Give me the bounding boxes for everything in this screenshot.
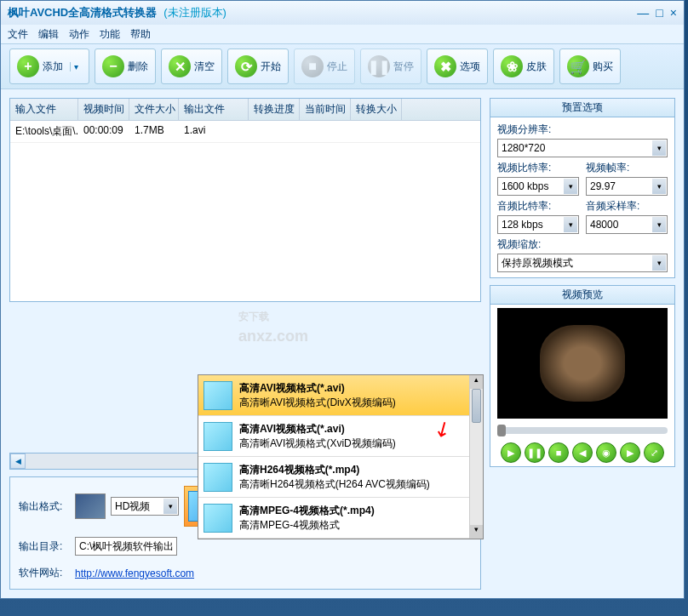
skin-button[interactable]: ❀皮肤 xyxy=(493,48,554,84)
clear-button[interactable]: ✕清空 xyxy=(161,48,222,84)
format-option[interactable]: 高清AVI视频格式(*.avi)高清晰AVI视频格式(DivX视频编码) xyxy=(198,375,483,416)
apple-icon: ❀ xyxy=(501,55,523,77)
vbitrate-combo[interactable]: 1600 kbps▾ xyxy=(497,177,579,196)
maximize-button[interactable]: □ xyxy=(656,6,662,20)
preview-panel: 视频预览 ▶ ❚❚ ■ ◀ ◉ ▶ ⤢ xyxy=(490,285,675,467)
website-link[interactable]: http://www.fengyesoft.com xyxy=(75,568,194,579)
start-button[interactable]: ⟳开始 xyxy=(227,48,289,84)
x-icon: ✕ xyxy=(169,55,191,77)
table-header: 输入文件 视频时间 文件大小 输出文件 转换进度 当前时间 转换大小 xyxy=(10,99,480,121)
plus-icon: + xyxy=(17,55,39,77)
fps-combo[interactable]: 29.97▾ xyxy=(586,177,668,196)
cart-icon: 🛒 xyxy=(567,55,589,77)
refresh-icon: ⟳ xyxy=(235,55,257,77)
presets-panel: 预置选项 视频分辨率: 1280*720▾ 视频比特率: 1600 kbps▾ … xyxy=(490,98,675,278)
th-input[interactable]: 输入文件 xyxy=(10,99,78,120)
buy-button[interactable]: 🛒购买 xyxy=(559,48,621,84)
format-icon xyxy=(204,463,232,492)
close-button[interactable]: × xyxy=(670,6,677,20)
fps-field: 视频帧率: 29.97▾ xyxy=(586,161,668,196)
samplerate-combo[interactable]: 48000▾ xyxy=(586,215,668,234)
chevron-down-icon: ▾ xyxy=(652,179,666,194)
chevron-down-icon: ▾ xyxy=(163,499,177,514)
snapshot-button[interactable]: ◉ xyxy=(596,442,616,463)
chevron-down-icon: ▾ xyxy=(652,217,666,232)
player-controls: ▶ ❚❚ ■ ◀ ◉ ▶ ⤢ xyxy=(501,442,664,463)
format-thumbnail xyxy=(75,493,106,519)
menu-edit[interactable]: 编辑 xyxy=(38,27,59,42)
th-time[interactable]: 当前时间 xyxy=(300,99,351,120)
website-label: 软件网站: xyxy=(19,566,70,580)
abitrate-field: 音频比特率: 128 kbps▾ xyxy=(497,199,579,234)
right-column: 预置选项 视频分辨率: 1280*720▾ 视频比特率: 1600 kbps▾ … xyxy=(490,98,675,590)
file-table: 输入文件 视频时间 文件大小 输出文件 转换进度 当前时间 转换大小 E:\to… xyxy=(9,98,481,302)
chevron-down-icon: ▾ xyxy=(564,179,577,194)
unregistered-label: (未注册版本) xyxy=(163,5,226,20)
format-icon xyxy=(204,381,232,410)
scrollbar-thumb[interactable] xyxy=(472,389,481,423)
format-icon xyxy=(204,504,232,533)
format-option[interactable]: 高清MPEG-4视频格式(*.mp4)高清MPEG-4视频格式 xyxy=(198,498,483,539)
titlebar: 枫叶AVCHD全高清格式转换器 (未注册版本) — □ × xyxy=(1,1,684,25)
th-convsize[interactable]: 转换大小 xyxy=(351,99,402,120)
th-duration[interactable]: 视频时间 xyxy=(78,99,129,120)
output-dir-label: 输出目录: xyxy=(19,539,70,554)
minus-icon: − xyxy=(102,55,124,77)
play-button[interactable]: ▶ xyxy=(501,442,521,463)
pause-icon: ❚❚ xyxy=(368,55,390,77)
seek-slider[interactable] xyxy=(497,427,668,434)
stop-button[interactable]: ■ xyxy=(548,442,569,463)
th-output[interactable]: 输出文件 xyxy=(179,99,249,120)
output-dir-row: 输出目录: xyxy=(19,537,472,556)
abitrate-combo[interactable]: 128 kbps▾ xyxy=(497,215,579,234)
stop-icon: ■ xyxy=(301,55,324,77)
prev-button[interactable]: ◀ xyxy=(572,442,593,463)
menu-action[interactable]: 动作 xyxy=(69,27,89,42)
output-dir-input[interactable] xyxy=(75,537,177,556)
window-controls: — □ × xyxy=(637,6,677,20)
chevron-down-icon: ▾ xyxy=(564,217,577,232)
add-button[interactable]: +添加▾ xyxy=(9,48,89,84)
presets-title: 预置选项 xyxy=(490,99,674,117)
scroll-left-icon[interactable]: ◀ xyxy=(10,453,26,469)
format-option[interactable]: 高清H264视频格式(*.mp4)高清晰H264视频格式(H264 AVC视频编… xyxy=(198,457,483,498)
th-size[interactable]: 文件大小 xyxy=(129,99,179,120)
vbitrate-field: 视频比特率: 1600 kbps▾ xyxy=(497,161,579,196)
menu-function[interactable]: 功能 xyxy=(100,27,120,42)
fullscreen-button[interactable]: ⤢ xyxy=(644,442,664,463)
menubar: 文件 编辑 动作 功能 帮助 xyxy=(1,25,684,43)
format-category-combo[interactable]: HD视频▾ xyxy=(111,497,179,516)
menu-help[interactable]: 帮助 xyxy=(130,27,151,42)
chevron-down-icon: ▾ xyxy=(652,255,666,271)
dropdown-scrollbar[interactable] xyxy=(469,375,483,539)
preview-title: 视频预览 xyxy=(490,286,674,305)
samplerate-field: 音频采样率: 48000▾ xyxy=(586,199,668,234)
resolution-combo[interactable]: 1280*720▾ xyxy=(497,139,668,157)
video-preview[interactable] xyxy=(497,308,668,419)
chevron-down-icon: ▾ xyxy=(652,140,666,156)
options-button[interactable]: ✖选项 xyxy=(427,48,488,84)
website-row: 软件网站: http://www.fengyesoft.com xyxy=(19,566,472,580)
scale-combo[interactable]: 保持原视频模式▾ xyxy=(497,254,668,272)
pause-button[interactable]: ❚❚暂停 xyxy=(360,48,421,84)
scale-field: 视频缩放: 保持原视频模式▾ xyxy=(497,237,668,272)
output-format-label: 输出格式: xyxy=(19,499,70,514)
toolbar: +添加▾ −删除 ✕清空 ⟳开始 ■停止 ❚❚暂停 ✖选项 ❀皮肤 🛒购买 xyxy=(1,43,684,89)
chevron-down-icon[interactable]: ▾ xyxy=(70,62,82,71)
th-progress[interactable]: 转换进度 xyxy=(249,99,300,120)
tools-icon: ✖ xyxy=(434,55,456,77)
table-row[interactable]: E:\tools\桌面\... 00:00:09 1.7MB 1.avi xyxy=(10,121,480,143)
app-title: 枫叶AVCHD全高清格式转换器 xyxy=(8,5,157,20)
menu-file[interactable]: 文件 xyxy=(8,27,28,42)
format-dropdown[interactable]: 高清AVI视频格式(*.avi)高清晰AVI视频格式(DivX视频编码) 高清A… xyxy=(198,374,484,539)
format-icon xyxy=(204,422,232,451)
resolution-field: 视频分辨率: 1280*720▾ xyxy=(497,123,668,157)
delete-button[interactable]: −删除 xyxy=(95,48,156,84)
stop-button[interactable]: ■停止 xyxy=(294,48,355,84)
pause-button[interactable]: ❚❚ xyxy=(525,442,545,463)
next-button[interactable]: ▶ xyxy=(620,442,640,463)
minimize-button[interactable]: — xyxy=(637,6,649,20)
